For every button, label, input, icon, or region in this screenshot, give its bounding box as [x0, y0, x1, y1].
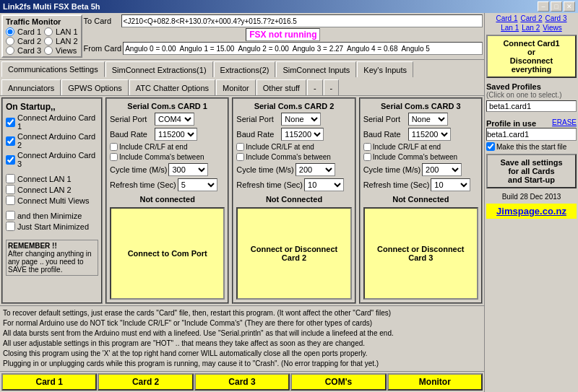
bottom-tab-card1[interactable]: Card 1 — [1, 373, 97, 391]
connect-all-button[interactable]: Connect Card1 or Disconnect everything — [486, 35, 577, 78]
card3-connect-button[interactable]: Connect or Disconnect Card 3 — [363, 207, 478, 300]
card3-cycle-select[interactable]: 200 — [422, 163, 462, 176]
card1-refresh-label: Refresh time (Sec) — [110, 180, 176, 189]
tab-simconnect-inputs[interactable]: SimConnect Inputs — [276, 61, 356, 77]
tab-monitor[interactable]: Monitor — [216, 79, 256, 95]
tab-row-2: Annunciators GPWS Options ATC Chatter Op… — [0, 78, 484, 95]
connect-arduino-3-check[interactable] — [6, 155, 15, 165]
card3-cycle-row: Cycle time (M/s) 200 — [363, 163, 478, 176]
minimize-check[interactable] — [6, 211, 15, 220]
card1-crlf-check[interactable] — [110, 143, 118, 151]
card1-baud-rate-select[interactable]: 115200 — [155, 128, 197, 141]
tab-sep1[interactable]: - — [307, 79, 323, 95]
just-start-check[interactable] — [6, 222, 15, 231]
right-sidebar: Card 1 Card 2 Card 3 Lan 1 Lan 2 Views C… — [484, 13, 578, 392]
window-controls[interactable]: – □ ✕ — [538, 1, 575, 12]
minimize-button[interactable]: – — [538, 1, 549, 12]
bottom-tab-card2[interactable]: Card 2 — [98, 373, 193, 391]
card3-commas-check[interactable] — [363, 153, 371, 161]
connect-multi-views-label: Connect Multi Views — [17, 196, 89, 205]
card3-serial-port-select[interactable]: None — [408, 113, 448, 126]
from-card-row: From Card — [84, 42, 483, 55]
card2-refresh-row: Refresh time (Sec) 10 — [236, 178, 351, 191]
tab-keys-inputs[interactable]: Key's Inputs — [357, 61, 413, 77]
make-startfile-check[interactable] — [486, 142, 495, 151]
card3-radio[interactable] — [6, 46, 14, 55]
connect-lan2-check[interactable] — [6, 185, 15, 194]
card1-serial-port-label: Serial Port — [110, 115, 153, 123]
tab-comms-settings[interactable]: Communications Settings — [1, 61, 105, 77]
tab-sep2[interactable]: - — [324, 79, 340, 95]
profile-in-use-input[interactable] — [486, 128, 577, 141]
bottom-tab-card3[interactable]: Card 3 — [194, 373, 290, 391]
card3-commas-label: Include Comma's between — [373, 153, 458, 161]
tab-annunciators[interactable]: Annunciators — [1, 79, 61, 95]
sidebar-views-link[interactable]: Views — [543, 24, 562, 32]
maximize-button[interactable]: □ — [551, 1, 562, 12]
tab-simconnect-extract1[interactable]: SimConnect Extractions(1) — [105, 61, 213, 77]
card1-baud-rate-row: Baud Rate 115200 — [110, 128, 225, 141]
views-radio[interactable] — [44, 46, 53, 55]
to-card-row: To Card — [84, 14, 483, 27]
lan2-radio[interactable] — [44, 37, 53, 45]
connect-arduino-2-check[interactable] — [6, 136, 15, 146]
connect-multi-views-check[interactable] — [6, 196, 15, 205]
fsx-status: FSX not running — [246, 28, 320, 41]
card1-refresh-row: Refresh time (Sec) 5 — [110, 178, 225, 191]
bottom-tab-coms[interactable]: COM's — [290, 373, 386, 391]
card1-crlf-label: Include CR/LF at end — [119, 143, 188, 151]
tab-atc-chatter[interactable]: ATC Chatter Options — [129, 79, 215, 95]
from-card-input[interactable] — [123, 42, 483, 55]
sidebar-card2-link[interactable]: Card 2 — [520, 14, 542, 22]
connect-lan1-row: Connect LAN 1 — [6, 174, 98, 183]
tab-extractions2[interactable]: Extractions(2) — [214, 61, 276, 77]
connect-arduino-1-label: Connect Arduino Card 1 — [17, 113, 98, 131]
erase-button[interactable]: ERASE — [552, 118, 577, 126]
connect-arduino-2-label: Connect Arduino Card 2 — [17, 132, 98, 149]
profile-item-beta1[interactable]: beta1.card1 — [486, 100, 577, 112]
sidebar-lan1-link[interactable]: Lan 1 — [501, 24, 519, 32]
card1-cycle-select[interactable]: 300 — [168, 163, 208, 176]
card3-crlf-label: Include CR/LF at end — [373, 143, 441, 151]
jimspage-link[interactable]: Jimspage.co.nz — [486, 204, 577, 219]
lan1-radio[interactable] — [44, 27, 53, 36]
card2-crlf-row: Include CR/LF at end — [236, 143, 351, 151]
views-label: Views — [56, 46, 77, 55]
bottom-tab-monitor[interactable]: Monitor — [387, 373, 483, 391]
card2-cycle-select[interactable]: 200 — [296, 163, 335, 176]
close-button[interactable]: ✕ — [564, 1, 575, 12]
card2-commas-label: Include Comma's between — [246, 153, 331, 161]
sidebar-card3-link[interactable]: Card 3 — [545, 14, 567, 22]
card1-serial-port-select[interactable]: COM4 — [155, 113, 194, 126]
just-start-label: Just Start Minimized — [17, 222, 89, 231]
card1-refresh-select[interactable]: 5 — [178, 178, 217, 191]
card2-connect-button[interactable]: Connect or Disconnect Card 2 — [236, 207, 351, 300]
title-bar: Link2fs Multi FSX Beta 5h – □ ✕ — [0, 0, 578, 13]
card3-refresh-row: Refresh time (Sec) 10 — [363, 178, 478, 191]
connect-lan1-check[interactable] — [6, 174, 15, 183]
sidebar-lan2-link[interactable]: Lan 2 — [522, 24, 540, 32]
sidebar-card1-link[interactable]: Card 1 — [496, 14, 517, 22]
to-card-input[interactable] — [121, 14, 483, 27]
top-section: Traffic Monitor Card 1 LAN 1 Card 2 LAN … — [0, 13, 484, 60]
tab-other-stuff[interactable]: Other stuff — [256, 79, 306, 95]
tab-gpws-options[interactable]: GPWS Options — [61, 79, 129, 95]
card1-connect-button[interactable]: Connect to Com Port — [110, 207, 225, 300]
card1-radio[interactable] — [6, 27, 14, 36]
card2-refresh-select[interactable]: 10 — [304, 178, 344, 191]
from-card-label: From Card — [84, 44, 122, 53]
connect-arduino-1-check[interactable] — [6, 118, 15, 127]
card2-commas-check[interactable] — [236, 153, 244, 161]
card2-serial-port-select[interactable]: None — [281, 113, 321, 126]
card2-crlf-check[interactable] — [236, 143, 244, 151]
card1-commas-check[interactable] — [110, 153, 118, 161]
card3-cycle-label: Cycle time (M/s) — [363, 165, 420, 174]
card3-crlf-check[interactable] — [363, 143, 371, 151]
card2-baud-rate-select[interactable]: 115200 — [281, 128, 324, 141]
save-all-button[interactable]: Save all settings for all Cards and Star… — [486, 154, 577, 188]
make-startfile-label: Make this the start file — [496, 143, 566, 151]
card3-refresh-select[interactable]: 10 — [431, 178, 470, 191]
card3-baud-rate-select[interactable]: 115200 — [408, 128, 451, 141]
card2-status: Not Connected — [236, 195, 351, 204]
card2-radio[interactable] — [6, 37, 14, 45]
